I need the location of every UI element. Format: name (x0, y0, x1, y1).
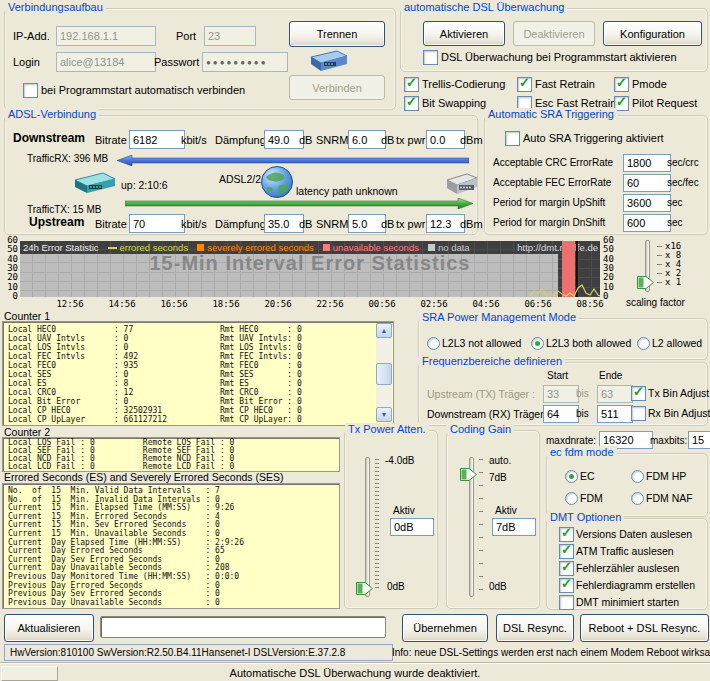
x-tick: 08:56 (572, 300, 608, 309)
activate-button[interactable]: Aktivieren (423, 21, 505, 46)
status-bar: Automatische DSL Überwachung wurde deakt… (0, 663, 710, 681)
x-tick: 14:56 (104, 300, 140, 309)
atm-traffic-checkbox[interactable] (559, 544, 574, 559)
login-label: Login (13, 56, 40, 68)
adsl-group-title: ADSL-Verbindung (5, 108, 99, 121)
monitoring-group-title: automatische DSL Überwachung (401, 1, 567, 14)
ip-label: IP-Add. (13, 30, 50, 42)
scale-tick (657, 255, 662, 256)
fdm-label: FDM (580, 492, 603, 504)
fec-rate-field[interactable]: 60 (623, 174, 671, 192)
tx-power-group: Tx Power Atten. -4.0dB Aktiv 0dB 0dB (344, 430, 438, 609)
dnshift-field[interactable]: 600 (623, 214, 671, 232)
coding-gain-slider-ticks (479, 459, 483, 591)
apply-button[interactable]: Übernehmen (402, 614, 488, 642)
refresh-button[interactable]: Aktualisieren (4, 614, 94, 642)
reboot-resync-button[interactable]: Reboot + DSL Resync. (580, 614, 709, 642)
disconnect-button[interactable]: Trennen (289, 21, 385, 47)
legend-no-data: no data (428, 242, 470, 253)
auto-sra-checkbox[interactable] (505, 131, 520, 146)
ende-header: Ende (599, 370, 622, 382)
fdm-naf-radio[interactable] (631, 492, 644, 505)
login-field: alice@13184 (56, 52, 156, 72)
ec-fdm-group: ec fdm mode EC FDM HP FDM FDM NAF (546, 453, 708, 517)
status-text: Automatische DSL Überwachung wurde deakt… (0, 667, 710, 679)
maxbits-field[interactable]: 15 (688, 431, 710, 449)
rx-bin-adjust-label: Rx Bin Adjust (648, 407, 710, 419)
x-tick: 02:56 (416, 300, 452, 309)
rx-bin-adjust-checkbox[interactable] (631, 406, 646, 421)
x-tick: 12:56 (52, 300, 88, 309)
up-daempfung-field[interactable]: 35.0 (264, 214, 304, 233)
fdm-hp-radio[interactable] (631, 470, 644, 483)
down-snrm-label: SNRM (316, 134, 348, 146)
dmt-minimiert-checkbox[interactable] (559, 595, 574, 610)
trellis-checkbox[interactable] (404, 77, 419, 92)
scroll-up-button[interactable]: ▲ (376, 323, 392, 338)
dsl-resync-button[interactable]: DSL Resync. (496, 614, 574, 642)
down-kbit-unit: kbit/s (181, 134, 207, 146)
counter1-box: Local HEC0 : 77 Rmt HEC0 : 0 Local UAV I… (2, 321, 394, 426)
y-tick-right: 20 (603, 273, 614, 282)
down-daempfung-field[interactable]: 49.0 (264, 130, 304, 149)
ec-radio[interactable] (565, 470, 578, 483)
monitoring-startup-checkbox[interactable] (423, 50, 438, 65)
counter1-text: Local HEC0 : 77 Rmt HEC0 : 0 Local UAV I… (8, 325, 302, 424)
l2l3-not-allowed-radio[interactable] (427, 337, 440, 350)
tx-power-title: Tx Power Atten. (345, 423, 429, 436)
up-snrm-db-unit: dB (381, 218, 394, 230)
l2-allowed-radio[interactable] (637, 337, 650, 350)
graph-legend: 24h Error Statistic errored seconds seve… (23, 242, 470, 253)
scale-tick (657, 264, 662, 265)
tx-bis-label: bis (576, 388, 589, 400)
tx-power-slider-track[interactable] (365, 457, 370, 597)
l2l3-both-allowed-radio[interactable] (531, 337, 544, 350)
es-ses-box: No. of 15 Min. Valid Data Intervals : 7 … (2, 483, 340, 609)
pmode-checkbox[interactable] (614, 77, 629, 92)
fec-rate-label: Acceptable FEC ErrorRate (493, 177, 611, 189)
coding-gain-slider-thumb[interactable] (460, 468, 477, 483)
legend-unavailable: unavailable seconds (323, 242, 419, 253)
fehlerdiagramm-label: Fehlerdiagramm erstellen (576, 579, 695, 591)
tx-bin-adjust-checkbox[interactable] (631, 386, 646, 401)
sra-trigger-group: Automatic SRA Triggering Auto SRA Trigge… (484, 115, 708, 235)
scroll-down-button[interactable]: ▼ (376, 407, 392, 422)
upstream-label: Upstream (29, 216, 84, 228)
configuration-button[interactable]: Konfiguration (603, 21, 702, 46)
modem-icon (303, 47, 349, 77)
dmt-options-title: DMT Optionen (547, 511, 624, 524)
dslam-icon (443, 168, 479, 202)
dnshift-label: Period for margin DnShift (493, 217, 605, 229)
globe-icon (260, 165, 294, 201)
es-ses-text: No. of 15 Min. Valid Data Intervals : 7 … (8, 487, 244, 607)
down-bitrate-label: Bitrate (95, 134, 127, 146)
coding-gain-title: Coding Gain (447, 423, 514, 436)
x-tick: 22:56 (312, 300, 348, 309)
fehlerdiagramm-checkbox[interactable] (559, 578, 574, 593)
rx-ende-field[interactable]: 511 (597, 405, 633, 423)
y-tick-left: 0 (2, 292, 18, 301)
port-field: 23 (204, 26, 256, 46)
fehlerzaehler-checkbox[interactable] (559, 561, 574, 576)
rx-start-field[interactable]: 64 (543, 405, 579, 423)
bit-swapping-checkbox[interactable] (404, 96, 419, 111)
upshift-field[interactable]: 3600 (623, 194, 671, 212)
versions-daten-checkbox[interactable] (559, 527, 574, 542)
fdm-radio[interactable] (565, 492, 578, 505)
scaling-slider-thumb[interactable] (637, 276, 654, 291)
crc-rate-field[interactable]: 1800 (623, 154, 671, 172)
down-bitrate-field[interactable]: 6182 (129, 130, 185, 149)
upshift-unit: sec (667, 197, 683, 209)
scrollbar-thumb[interactable] (376, 363, 392, 385)
upstream-arrow-icon (125, 198, 473, 211)
fast-retrain-checkbox[interactable] (517, 77, 532, 92)
tx-power-slider-thumb[interactable] (356, 582, 373, 597)
sra-power-group: SRA Power Management Mode L2L3 not allow… (418, 318, 708, 360)
up-bitrate-field[interactable]: 70 (129, 214, 185, 233)
autoconnect-checkbox[interactable] (23, 83, 38, 98)
tx-bin-adjust-label: Tx Bin Adjust (648, 387, 709, 399)
counter1-scrollbar[interactable]: ▲ ▼ (376, 323, 392, 422)
password-field: ●●●●●●●●● (202, 52, 288, 72)
up-snrm-label: SNRM (316, 218, 348, 230)
autoconnect-label: bei Programmstart automatisch verbinden (41, 84, 245, 96)
